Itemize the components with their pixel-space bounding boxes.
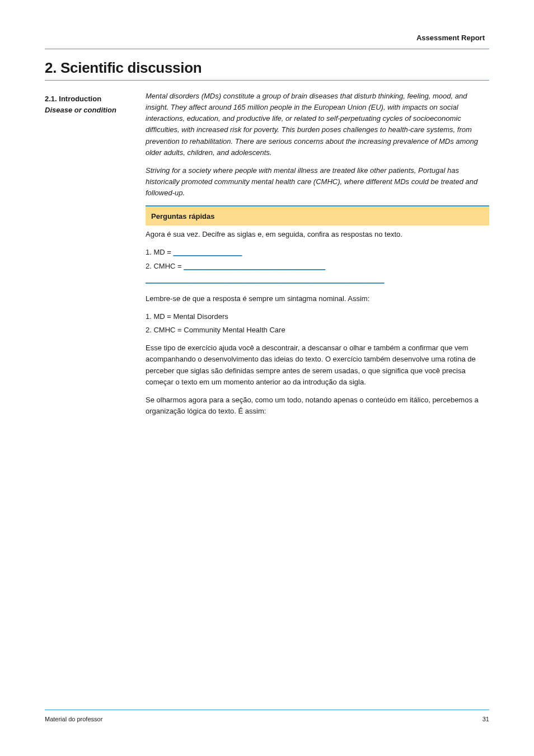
- answers-intro: Lembre-se de que a resposta é sempre um …: [146, 293, 489, 304]
- question-2: 2. CMHC = ______________________________…: [146, 261, 489, 272]
- doc-title: Assessment Report: [45, 34, 489, 42]
- section-title-text: Scientific discussion: [60, 59, 202, 76]
- section-number: 2.: [45, 59, 57, 76]
- top-rule: [45, 49, 489, 49]
- questions-intro: Agora é sua vez. Decifre as siglas e, em…: [146, 229, 489, 240]
- highlight-title: Perguntas rápidas: [151, 212, 214, 220]
- mid-rule: [45, 80, 489, 81]
- blank-line-link[interactable]: ________________________________________…: [146, 275, 385, 284]
- question-1-label: 1. MD =: [146, 248, 174, 256]
- paragraph-intro-1: Mental disorders (MDs) constitute a grou…: [146, 91, 489, 158]
- highlight-banner: Perguntas rápidas: [146, 205, 489, 226]
- answer-2: 2. CMHC = Community Mental Health Care: [146, 325, 489, 336]
- question-2-label: 2. CMHC =: [146, 262, 184, 270]
- footer: Material do professor 31: [45, 699, 489, 722]
- section-heading: 2. Scientific discussion: [45, 59, 489, 77]
- paragraph-explain-1: Esse tipo de exercício ajuda você a desc…: [146, 342, 489, 388]
- paragraph-intro-2: Striving for a society where people with…: [146, 165, 489, 199]
- question-1: 1. MD = _________________: [146, 247, 489, 258]
- question-2-blank[interactable]: ___________________________________: [184, 262, 325, 270]
- footer-left: Material do professor: [45, 716, 102, 722]
- page-number: 31: [483, 716, 489, 722]
- subsection-heading: 2.1. Introduction: [45, 94, 134, 104]
- subsection-subtitle: Disease or condition: [45, 105, 134, 115]
- bottom-rule: [45, 710, 489, 710]
- paragraph-explain-2: Se olharmos agora para a seção, como um …: [146, 395, 489, 417]
- question-1-blank[interactable]: _________________: [174, 248, 242, 256]
- answer-1: 1. MD = Mental Disorders: [146, 311, 489, 322]
- blank-line: ________________________________________…: [146, 274, 489, 285]
